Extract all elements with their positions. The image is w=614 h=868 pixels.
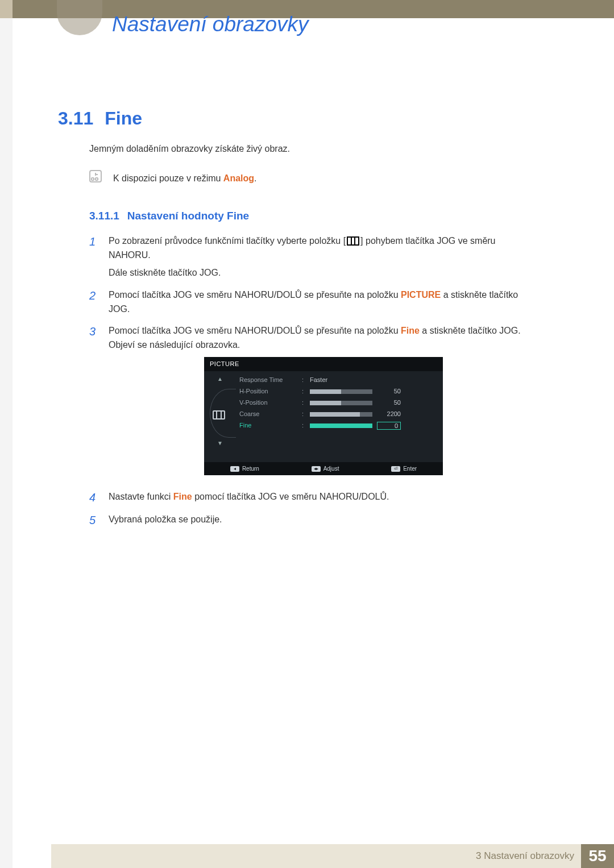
osd-value: 50: [378, 398, 401, 408]
osd-value: 2200: [378, 409, 401, 419]
osd-footer-return: ◂Return: [230, 464, 259, 474]
osd-footer-enter: ⏎Enter: [391, 464, 417, 474]
osd-value-box: 0: [377, 422, 401, 430]
osd-rows: Response Time : Faster H-Position : 50: [236, 371, 443, 462]
osd-label: Response Time: [239, 375, 302, 385]
section-title: Fine: [105, 108, 142, 128]
osd-colon: :: [302, 387, 310, 396]
step-3-a: Pomocí tlačítka JOG ve směru NAHORU/DOLŮ…: [109, 326, 401, 335]
menu-icon: [347, 236, 359, 246]
osd-arrow-down-icon: ▼: [217, 439, 223, 448]
step-2-a: Pomocí tlačítka JOG ve směru NAHORU/DOLŮ…: [109, 290, 401, 300]
step-text: Nastavte funkci Fine pomocí tlačítka JOG…: [109, 490, 538, 505]
osd-value: Faster: [310, 375, 327, 385]
osd-return-icon: ◂: [230, 466, 239, 472]
osd-row-response-time: Response Time : Faster: [239, 375, 436, 386]
step-text: Vybraná položka se použije.: [109, 513, 538, 528]
step-4: 4 Nastavte funkci Fine pomocí tlačítka J…: [89, 490, 538, 505]
osd-label: Fine: [239, 421, 302, 430]
subsection-title: Nastavení hodnoty Fine: [127, 210, 249, 222]
step-4-highlight: Fine: [173, 492, 192, 501]
step-number: 5: [89, 513, 109, 528]
chapter-badge: [57, 0, 102, 35]
page: Nastavení obrazovky 3.11Fine Jemným dola…: [13, 0, 614, 868]
osd-enter-icon: ⏎: [391, 466, 400, 472]
body: Jemným doladěním obrazovky získáte živý …: [89, 142, 538, 535]
step-text: Pomocí tlačítka JOG ve směru NAHORU/DOLŮ…: [109, 288, 538, 317]
step-5: 5 Vybraná položka se použije.: [89, 513, 538, 528]
step-number: 1: [89, 234, 109, 280]
header-bar: [13, 0, 614, 18]
note-highlight: Analog: [223, 173, 254, 183]
note: K dispozici pouze v režimu Analog.: [89, 169, 538, 189]
osd-slider: [310, 423, 372, 428]
step-number: 3: [89, 324, 109, 482]
note-icon: [88, 169, 105, 189]
step-1-a: Po zobrazení průvodce funkčními tlačítky…: [109, 236, 346, 246]
osd-category-icon: [213, 410, 225, 420]
osd-slider: [310, 389, 372, 394]
osd-row-coarse: Coarse : 2200: [239, 409, 436, 420]
osd-footer-label: Adjust: [323, 464, 339, 474]
step-1: 1 Po zobrazení průvodce funkčními tlačít…: [89, 234, 538, 280]
osd-slider: [310, 412, 372, 417]
section-heading: 3.11Fine: [58, 108, 142, 129]
osd-colon: :: [302, 409, 310, 419]
step-2-highlight: PICTURE: [401, 290, 441, 300]
osd-adjust-icon: ◂▸: [312, 466, 321, 472]
osd-label: H-Position: [239, 387, 302, 396]
step-text: Po zobrazení průvodce funkčními tlačítky…: [109, 234, 538, 280]
side-margin-stripe: [0, 0, 13, 18]
step-4-a: Nastavte funkci: [109, 492, 173, 501]
osd-row-h-position: H-Position : 50: [239, 386, 436, 397]
osd-screenshot: PICTURE ▲ ▼ Response: [204, 357, 443, 476]
osd-left-panel: ▲ ▼: [204, 371, 236, 462]
step-4-b: pomocí tlačítka JOG ve směru NAHORU/DOLŮ…: [192, 492, 389, 501]
osd-colon: :: [302, 398, 310, 408]
osd-row-v-position: V-Position : 50: [239, 397, 436, 409]
step-1-c: Dále stiskněte tlačítko JOG.: [109, 268, 221, 277]
osd-row-fine: Fine : 0: [239, 420, 436, 431]
step-2: 2 Pomocí tlačítka JOG ve směru NAHORU/DO…: [89, 288, 538, 317]
page-number: 55: [581, 844, 614, 868]
osd-label: V-Position: [239, 398, 302, 408]
svg-point-3: [92, 178, 94, 180]
note-prefix: K dispozici pouze v režimu: [113, 173, 223, 183]
section-number: 3.11: [58, 108, 93, 128]
osd-colon: :: [302, 375, 310, 385]
step-3: 3 Pomocí tlačítka JOG ve směru NAHORU/DO…: [89, 324, 538, 482]
osd-colon: :: [302, 421, 310, 430]
step-number: 4: [89, 490, 109, 505]
subsection-number: 3.11.1: [89, 210, 119, 222]
chapter-title: Nastavení obrazovky: [112, 13, 309, 36]
note-text: K dispozici pouze v režimu Analog.: [113, 172, 257, 186]
intro-text: Jemným doladěním obrazovky získáte živý …: [89, 142, 538, 156]
osd-footer-label: Enter: [403, 464, 417, 474]
osd-arrow-up-icon: ▲: [217, 375, 223, 384]
step-text: Pomocí tlačítka JOG ve směru NAHORU/DOLŮ…: [109, 324, 538, 482]
osd-value: 50: [378, 387, 401, 396]
step-number: 2: [89, 288, 109, 317]
footer-chapter-label: 3 Nastavení obrazovky: [476, 850, 574, 862]
page-footer: 3 Nastavení obrazovky 55: [13, 844, 614, 868]
osd-slider: [310, 401, 372, 405]
osd-footer: ◂Return ◂▸Adjust ⏎Enter: [204, 462, 443, 476]
osd-title: PICTURE: [204, 357, 443, 371]
note-suffix: .: [254, 173, 256, 183]
osd-footer-label: Return: [242, 464, 259, 474]
steps-list: 1 Po zobrazení průvodce funkčními tlačít…: [89, 234, 538, 528]
osd-label: Coarse: [239, 409, 302, 419]
subsection-heading: 3.11.1Nastavení hodnoty Fine: [89, 207, 538, 224]
osd-footer-adjust: ◂▸Adjust: [312, 464, 339, 474]
svg-point-4: [96, 178, 98, 180]
step-3-highlight: Fine: [401, 326, 420, 335]
